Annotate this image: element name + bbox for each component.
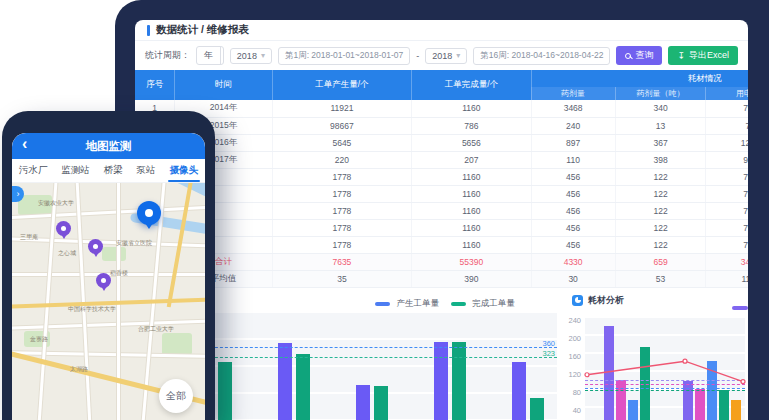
table-cell: 13	[615, 117, 706, 134]
table-cell: 207	[412, 151, 531, 168]
breadcrumb-accent-bar	[147, 25, 150, 36]
col-header: 工单产生量/个	[272, 70, 411, 100]
week-from-input[interactable]: 第1周: 2018-01-01~2018-01-07	[278, 47, 410, 65]
reference-line-label: 323	[542, 349, 555, 358]
phone-page-title: 地图监测	[86, 139, 132, 154]
phone-mockup: ‹ 地图监测 污水厂监测站桥梁泵站摄像头	[2, 111, 215, 420]
map-place-label: 安徽农业大学	[38, 199, 74, 208]
week-to-input[interactable]: 第16周: 2018-04-16~2018-04-22	[473, 47, 610, 65]
map-place-label: 中国科学技术大学	[68, 305, 116, 314]
table-row: 12014年119211160346834070250	[135, 100, 748, 117]
camera-marker[interactable]	[56, 221, 71, 236]
table-cell: 35	[272, 270, 411, 287]
map-place-label: 安徽省立医院	[116, 239, 152, 248]
table-head: 序号时间工单产生量/个工单完成量/个耗材情况药剂量药剂量（吨）用电量水量	[135, 70, 748, 100]
bar-产生工单量	[356, 385, 370, 420]
table-cell: 5656	[412, 134, 531, 151]
query-button[interactable]: 查询	[616, 46, 662, 65]
table-cell: 786	[412, 117, 531, 134]
report-table: 序号时间工单产生量/个工单完成量/个耗材情况药剂量药剂量（吨）用电量水量 120…	[135, 70, 748, 288]
bar-产生工单量	[512, 362, 526, 420]
table-cell: 340	[615, 100, 706, 117]
map-place-label: 金寨路	[30, 335, 48, 344]
bar-产生工单量	[278, 343, 292, 420]
average-row: 平均值353903053111140	[135, 270, 748, 287]
trend-line	[585, 316, 745, 420]
bar-完成工单量	[452, 342, 466, 420]
legend-item[interactable]: 完成工单量	[451, 298, 515, 310]
export-excel-button[interactable]: ↧ 导出Excel	[668, 46, 738, 65]
camera-marker[interactable]	[96, 273, 111, 288]
y-tick-label: 80	[573, 388, 581, 397]
period-segment: 年季月周日	[196, 46, 224, 65]
phone-tab[interactable]: 摄像头	[168, 160, 201, 181]
camera-marker[interactable]	[88, 239, 103, 254]
table-cell: 53	[615, 270, 706, 287]
table-cell: 4330	[531, 253, 615, 270]
table-cell: 456	[531, 185, 615, 202]
charts-section: 产生工单量 完成工单量 360323 耗材分析 2402001601208040	[135, 288, 748, 420]
table-cell: 70	[706, 100, 748, 117]
map-place-label: 稻香楼	[110, 269, 128, 278]
table-cell: 456	[531, 168, 615, 185]
table-cell: 122	[615, 202, 706, 219]
query-button-label: 查询	[635, 49, 653, 62]
y-tick-label: 240	[568, 316, 581, 325]
legend-item[interactable]: 产生工单量	[375, 298, 439, 310]
period-option[interactable]: 季	[221, 47, 224, 64]
table-cell: 7	[706, 117, 748, 134]
consumables-chart	[585, 316, 745, 420]
table-cell: 5645	[272, 134, 411, 151]
table-cell: 897	[531, 134, 615, 151]
table-row: 42017年2202071103989019	[135, 151, 748, 168]
table-cell: 240	[531, 117, 615, 134]
year-from-value: 2018	[237, 51, 257, 61]
right-chart-title-text: 耗材分析	[588, 294, 624, 307]
download-icon: ↧	[677, 51, 685, 61]
map-place-label: 之心城	[58, 249, 76, 258]
screenshot-stage: 数据统计 / 维修报表 统计周期： 年季月周日 2018 ▾ 第1周: 2018…	[0, 0, 769, 420]
river-shape	[160, 183, 205, 206]
table-cell: 122	[615, 185, 706, 202]
table-row: 7177811604561227967	[135, 202, 748, 219]
phone-tab[interactable]: 桥梁	[102, 160, 125, 181]
table-cell: 7635	[272, 253, 411, 270]
legend-swatch	[375, 302, 390, 306]
calendar-icon: ▾	[456, 51, 460, 60]
header-row-main: 序号时间工单产生量/个工单完成量/个耗材情况	[135, 70, 748, 87]
table-cell: 111	[706, 270, 748, 287]
back-icon[interactable]: ‹	[22, 135, 27, 153]
phone-screen: ‹ 地图监测 污水厂监测站桥梁泵站摄像头	[12, 133, 205, 420]
filter-toolbar: 统计周期： 年季月周日 2018 ▾ 第1周: 2018-01-01~2018-…	[135, 41, 748, 70]
selected-camera-marker[interactable]	[137, 201, 161, 225]
table-cell: 79	[706, 168, 748, 185]
phone-tab-bar: 污水厂监测站桥梁泵站摄像头	[12, 159, 205, 183]
table-cell: 1778	[272, 236, 411, 253]
map-view[interactable]: › 全部 安徽农业大学三里庵之心城安徽省立医院稻香楼中国科学技术大学合肥工业大学…	[12, 183, 205, 420]
pie-chart-icon	[572, 295, 583, 306]
year-from-select[interactable]: 2018 ▾	[230, 48, 272, 64]
year-to-select[interactable]: 2018 ▾	[425, 48, 467, 64]
table-cell: 220	[272, 151, 411, 168]
table-cell: 1778	[272, 202, 411, 219]
export-button-label: 导出Excel	[689, 49, 729, 62]
bar-完成工单量	[218, 362, 232, 420]
sub-col-header: 药剂量	[531, 87, 615, 100]
y-tick-label: 120	[568, 370, 581, 379]
phone-tab[interactable]: 监测站	[59, 160, 92, 181]
table-cell: 1778	[272, 185, 411, 202]
breadcrumb-text: 数据统计 / 维修报表	[156, 23, 249, 37]
table-cell: 1778	[272, 168, 411, 185]
all-filter-button[interactable]: 全部	[159, 379, 193, 413]
phone-tab[interactable]: 污水厂	[17, 160, 50, 181]
bar-完成工单量	[374, 386, 388, 420]
table-cell: 456	[531, 219, 615, 236]
sub-col-header: 药剂量（吨）	[615, 87, 706, 100]
table-cell: 124	[706, 134, 748, 151]
phone-tab[interactable]: 泵站	[135, 160, 158, 181]
table-row: 9177811604561227967	[135, 236, 748, 253]
period-option[interactable]: 年	[197, 47, 221, 64]
table-cell: 349	[706, 253, 748, 270]
right-chart-legend-swatch	[732, 306, 748, 310]
table-cell: 1160	[412, 168, 531, 185]
